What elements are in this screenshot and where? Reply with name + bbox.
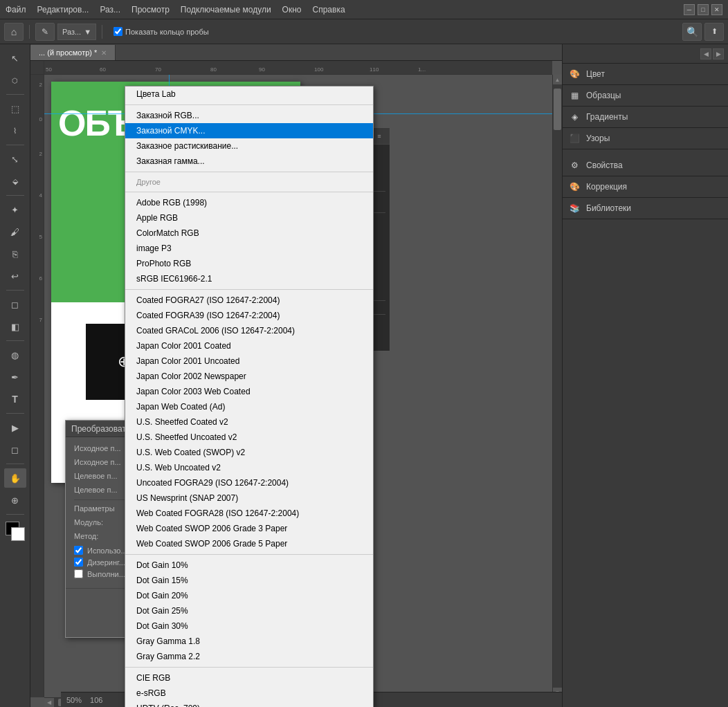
panel-header-swatches[interactable]: ▦ Образцы <box>563 85 728 106</box>
menu-image-p3[interactable]: image P3 <box>125 241 373 256</box>
menu-prophoto-rgb[interactable]: ProPhoto RGB <box>125 256 373 271</box>
menu-item-custom-dot[interactable]: Заказное растискивание... <box>125 138 373 154</box>
tool-gradient[interactable]: ◧ <box>4 317 26 336</box>
panel-header-corrections[interactable]: 🎨 Коррекция <box>563 176 728 197</box>
window-minimize[interactable]: ─ <box>684 4 695 15</box>
tool-history-brush[interactable]: ↩ <box>4 266 26 286</box>
menu-japan-2001-coated[interactable]: Japan Color 2001 Coated <box>125 338 373 354</box>
tool-lasso[interactable]: ⌇ <box>4 121 26 140</box>
menu-hdtv[interactable]: HDTV (Rec. 709) <box>125 701 373 707</box>
left-toolbar: ↖ ⬡ ⬚ ⌇ ⤡ ⬙ ✦ 🖌 ⎘ ↩ ◻ ◧ ◍ ✒ T ▶ ◻ ✋ ⊕ <box>0 44 30 707</box>
menu-item-custom-gamma[interactable]: Заказная гамма... <box>125 154 373 169</box>
menu-us-sheetfed-coated[interactable]: U.S. Sheetfed Coated v2 <box>125 414 373 430</box>
size-dropdown[interactable]: Раз... ▼ <box>57 24 96 40</box>
scroll-left-btn[interactable]: ◀ <box>44 698 54 707</box>
menu-srgb[interactable]: sRGB IEC61966-2.1 <box>125 271 373 286</box>
window-close[interactable]: ✕ <box>711 4 722 15</box>
tool-dodge[interactable]: ◍ <box>4 345 26 365</box>
tab-close-btn[interactable]: ✕ <box>101 49 107 57</box>
menu-item-custom-rgb[interactable]: Заказной RGB... <box>125 108 373 123</box>
menu-plugins[interactable]: Подключаемые модули <box>181 5 271 15</box>
scroll-up-btn[interactable]: ▲ <box>553 75 562 84</box>
tool-pen[interactable]: ✒ <box>4 367 26 387</box>
menu-window[interactable]: Окно <box>282 5 302 15</box>
menu-web-swop-grade3[interactable]: Web Coated SWOP 2006 Grade 3 Paper <box>125 521 373 536</box>
menu-dot-gain-25[interactable]: Dot Gain 25% <box>125 603 373 618</box>
tool-artboard[interactable]: ⬡ <box>4 71 26 90</box>
menu-uncoated-fogra29[interactable]: Uncoated FOGRA29 (ISO 12647-2:2004) <box>125 475 373 490</box>
menu-file[interactable]: Файл <box>6 5 26 15</box>
dropdown-menu: Цвета Lab Заказной RGB... Заказной CMYK.… <box>125 86 374 707</box>
panel-section-gradients: ◈ Градиенты <box>563 107 728 128</box>
menu-us-web-uncoated[interactable]: U.S. Web Uncoated v2 <box>125 460 373 475</box>
menu-item-lab[interactable]: Цвета Lab <box>125 86 373 102</box>
show-probe-checkbox[interactable] <box>113 27 122 36</box>
panel-header-patterns[interactable]: ⬛ Узоры <box>563 128 728 149</box>
menu-us-web-swop[interactable]: U.S. Web Coated (SWOP) v2 <box>125 445 373 460</box>
menu-dot-gain-10[interactable]: Dot Gain 10% <box>125 558 373 573</box>
tool-select-rect[interactable]: ⬚ <box>4 99 26 118</box>
tool-stamp[interactable]: ⎘ <box>4 244 26 264</box>
menu-help[interactable]: Справка <box>313 5 345 15</box>
scroll-thumb-v[interactable] <box>554 89 561 130</box>
dialog-execute-checkbox[interactable] <box>74 569 83 578</box>
menu-adobe-rgb[interactable]: Adobe RGB (1998) <box>125 195 373 210</box>
tab-document[interactable]: ... (й просмотр) * ✕ <box>30 45 116 60</box>
dialog-use-checkbox[interactable] <box>74 546 83 555</box>
home-btn[interactable]: ⌂ <box>4 23 24 41</box>
menu-image[interactable]: Раз... <box>100 5 120 15</box>
menu-gray-gamma-22[interactable]: Gray Gamma 2.2 <box>125 649 373 664</box>
background-color[interactable] <box>11 527 25 541</box>
tool-shape[interactable]: ◻ <box>4 440 26 459</box>
tool-brush[interactable]: 🖌 <box>4 222 26 241</box>
panel-expand-right[interactable]: ▶ <box>713 48 724 59</box>
menu-item-custom-cmyk[interactable]: Заказной CMYK... <box>125 123 373 138</box>
tool-heal[interactable]: ✦ <box>4 200 26 219</box>
menu-view[interactable]: Просмотр <box>131 5 170 15</box>
menu-coated-fogra39[interactable]: Coated FOGRA39 (ISO 12647-2:2004) <box>125 308 373 323</box>
menu-edit[interactable]: Редактиров... <box>37 5 89 15</box>
menu-us-sheetfed-uncoated[interactable]: U.S. Sheetfed Uncoated v2 <box>125 430 373 445</box>
menu-gray-gamma-18[interactable]: Gray Gamma 1.8 <box>125 634 373 649</box>
share-btn[interactable]: ⬆ <box>704 23 724 41</box>
menu-dot-gain-15[interactable]: Dot Gain 15% <box>125 573 373 588</box>
panel-expand-left[interactable]: ◀ <box>700 48 711 59</box>
tool-crop[interactable]: ⤡ <box>4 149 26 169</box>
tool-eraser[interactable]: ◻ <box>4 295 26 314</box>
info-menu-btn[interactable]: ≡ <box>374 131 384 141</box>
swatches-panel-icon: ▦ <box>568 89 581 102</box>
menu-coated-gracol[interactable]: Coated GRACoL 2006 (ISO 12647-2:2004) <box>125 323 373 338</box>
dialog-use-label: Использо... <box>87 547 127 555</box>
menu-colormatch-rgb[interactable]: ColorMatch RGB <box>125 226 373 241</box>
dialog-dither-checkbox[interactable] <box>74 558 83 567</box>
menu-web-swop-grade5[interactable]: Web Coated SWOP 2006 Grade 5 Paper <box>125 536 373 551</box>
scrollbar-vertical[interactable]: ▲ ▼ <box>552 75 562 697</box>
tool-hand[interactable]: ✋ <box>4 468 26 488</box>
tool-text[interactable]: T <box>4 389 26 409</box>
menu-e-srgb[interactable]: e-sRGB <box>125 686 373 701</box>
tool-sep3 <box>6 195 24 196</box>
menu-us-newsprint[interactable]: US Newsprint (SNAP 2007) <box>125 490 373 506</box>
menu-web-fogra28[interactable]: Web Coated FOGRA28 (ISO 12647-2:2004) <box>125 506 373 521</box>
menu-cie-rgb[interactable]: CIE RGB <box>125 670 373 686</box>
menu-dot-gain-30[interactable]: Dot Gain 30% <box>125 618 373 634</box>
menu-coated-fogra27[interactable]: Coated FOGRA27 (ISO 12647-2:2004) <box>125 293 373 308</box>
tool-path-select[interactable]: ▶ <box>4 418 26 437</box>
menu-japan-2002-newspaper[interactable]: Japan Color 2002 Newspaper <box>125 369 373 384</box>
panel-header-properties[interactable]: ⚙ Свойства <box>563 155 728 176</box>
menu-dot-gain-20[interactable]: Dot Gain 20% <box>125 588 373 603</box>
panel-header-gradients[interactable]: ◈ Градиенты <box>563 107 728 127</box>
menu-japan-2001-uncoated[interactable]: Japan Color 2001 Uncoated <box>125 354 373 369</box>
menu-japan-web-ad[interactable]: Japan Web Coated (Ad) <box>125 399 373 414</box>
tool-move[interactable]: ↖ <box>4 48 26 68</box>
menu-apple-rgb[interactable]: Apple RGB <box>125 210 373 226</box>
menu-japan-2003-web[interactable]: Japan Color 2003 Web Coated <box>125 384 373 399</box>
brush-tool[interactable]: ✎ <box>35 23 55 41</box>
panel-header-libraries[interactable]: 📚 Библиотеки <box>563 198 728 219</box>
tool-eyedropper[interactable]: ⬙ <box>4 172 26 191</box>
color-box[interactable] <box>6 522 25 541</box>
tool-zoom[interactable]: ⊕ <box>4 490 26 510</box>
panel-header-color[interactable]: 🎨 Цвет <box>563 64 728 84</box>
window-restore[interactable]: □ <box>698 4 709 15</box>
search-btn[interactable]: 🔍 <box>682 23 702 41</box>
